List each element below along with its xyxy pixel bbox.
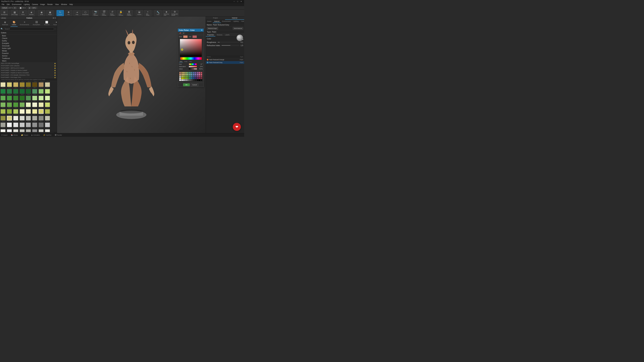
search-options-btn[interactable]: ⋮ — [55, 28, 56, 30]
swatch-cell[interactable]: 810-3 — [19, 122, 25, 129]
swatch-cell[interactable]: 810-6 — [38, 122, 44, 129]
tab-project[interactable]: Project — [206, 16, 225, 20]
value-slider[interactable] — [189, 68, 197, 69]
swatch-cell[interactable]: 740-M — [32, 89, 38, 95]
list-item[interactable]: Classic — [0, 37, 57, 39]
list-item[interactable]: Metals — [0, 50, 57, 52]
cp-swatch-cell[interactable] — [183, 79, 185, 81]
cp-swatch-cell[interactable] — [193, 74, 194, 75]
swatch-cell[interactable]: 750-1 — [38, 89, 44, 95]
cp-swatch-cell[interactable] — [181, 76, 183, 77]
maximize-btn[interactable]: □ — [236, 0, 239, 2]
cp-swatch-cell[interactable] — [185, 72, 187, 73]
pantone-color-item[interactable]: PANTONE® Color Libraries 🔒 — [0, 64, 57, 67]
swatch-cell[interactable]: 820-M — [38, 129, 44, 132]
swatch-cell[interactable]: 740-4 — [13, 89, 19, 95]
cp-swatch-cell[interactable] — [181, 77, 183, 79]
cp-hsv-tab[interactable]: HSV — [179, 61, 183, 63]
swatch-cell[interactable]: 140-1 — [44, 82, 50, 88]
sub-tab-camera[interactable]: Camera — [240, 20, 244, 23]
swatch-cell[interactable]: 790-5 — [38, 116, 44, 122]
cp-swatch-cell[interactable] — [200, 72, 202, 73]
cp-swatch-cell[interactable] — [189, 77, 191, 79]
cp-swatch-cell[interactable] — [189, 79, 191, 81]
swatch-cell[interactable]: 130-4 — [32, 82, 38, 88]
lock-camera-btn[interactable]: 🔒 LockCamera — [117, 10, 124, 16]
menu-edit[interactable]: Edit — [6, 3, 10, 5]
cp-swatch-cell[interactable] — [181, 72, 183, 73]
list-item[interactable]: Powerful — [0, 52, 57, 55]
list-item[interactable]: Warm — [0, 60, 57, 62]
swatch-cell[interactable]: 130-3 — [25, 82, 32, 88]
add-studio-btn[interactable]: + AddStudio — [144, 10, 152, 16]
cp-swatch-cell[interactable] — [189, 74, 191, 75]
cp-swatch-cell[interactable] — [183, 76, 185, 77]
cp-swatch-cell[interactable] — [198, 74, 200, 75]
swatch-cell[interactable]: 770-5 — [0, 109, 6, 115]
tab-material[interactable]: Material — [225, 16, 244, 20]
swatch-cell[interactable]: 750-3 — [0, 95, 6, 102]
swatch-cell[interactable]: 780-2 — [25, 109, 32, 115]
gpu-usage-btn[interactable]: GPU — [32, 7, 37, 9]
swatch-cell[interactable]: 770-M — [13, 109, 19, 115]
swatch-cell[interactable]: 810-4 — [25, 122, 32, 129]
dolly-btn[interactable]: ⇥ Dolly — [73, 10, 81, 16]
tab-textures[interactable]: Textures — [215, 33, 224, 36]
swatch-cell[interactable]: 820-2 — [6, 129, 12, 132]
cp-swatch-cell[interactable] — [189, 72, 191, 73]
hue-bar[interactable] — [180, 57, 202, 60]
cp-swatch-cell[interactable] — [197, 74, 198, 75]
material-list-item[interactable]: Paint Textured Orange Paint — [206, 58, 244, 61]
menu-view[interactable]: View — [54, 3, 60, 5]
code-camera-btn[interactable]: 🎬 CodeCamera — [100, 10, 108, 16]
geometry-view-btn[interactable]: ◈ GeometryView — [163, 10, 170, 16]
cp-swatch-cell[interactable] — [185, 79, 187, 81]
pantone-pastels-item[interactable]: PANTONE® - Pastels & Neons Coated 🔒 — [0, 69, 57, 71]
gpu-usage-tool-btn[interactable]: ▦ GPU Usage — [11, 10, 18, 16]
pan-btn[interactable]: ✥ Pan — [65, 10, 72, 16]
search-input[interactable] — [4, 27, 54, 30]
cp-swatch-cell[interactable] — [191, 72, 192, 73]
cp-swatch-cell[interactable] — [183, 74, 185, 75]
swatch-cell[interactable]: 790-1 — [13, 116, 19, 122]
swatch-cell[interactable]: 810-5 — [32, 122, 38, 129]
swatch-cell[interactable]: 770-2 — [32, 102, 38, 109]
list-item[interactable]: Earthy — [0, 39, 57, 42]
cp-swatch-cell[interactable] — [183, 72, 185, 73]
cp-swatch-cell[interactable] — [179, 79, 181, 81]
swatch-cell[interactable]: 820-3 — [13, 129, 19, 132]
swatch-cell[interactable]: 740-2 — [0, 89, 6, 95]
sub-tab-scene[interactable]: Scene — [206, 20, 213, 23]
menu-lighting[interactable]: Lighting — [23, 3, 31, 5]
material-graph-btn[interactable]: Material Graph — [207, 27, 218, 30]
cp-swatch-cell[interactable] — [195, 77, 196, 79]
region-btn[interactable]: ▣ Region — [46, 10, 54, 16]
swatch-cell[interactable]: 130-1 — [13, 82, 19, 88]
cp-swatch-cell[interactable] — [187, 76, 189, 77]
pantone-fhi-paper-item[interactable]: PANTONE® - FHI Paper TPG 🔒 — [0, 76, 57, 78]
cp-swatch-cell[interactable] — [198, 77, 200, 79]
cp-swatch-cell[interactable] — [195, 76, 196, 77]
list-item[interactable]: Traditional — [0, 57, 57, 60]
cp-swatch-cell[interactable] — [193, 76, 194, 77]
pantone-fhi-metallic-item[interactable]: PANTONE® - FHI Metallic Shimmers TPM 🔒 — [0, 74, 57, 76]
menu-render[interactable]: Render — [46, 3, 54, 5]
cp-swatch-cell[interactable] — [187, 72, 189, 73]
add-camera-btn[interactable]: 📷 AddCamera — [92, 10, 99, 16]
cp-hex-tab[interactable]: HEX — [189, 61, 193, 63]
minimize-btn[interactable]: ─ — [232, 0, 236, 2]
color-picker-ok-btn[interactable]: OK — [183, 83, 190, 86]
swatch-cell[interactable]: 810-M — [44, 122, 50, 129]
sub-tab-lighting[interactable]: Lighting — [232, 20, 240, 23]
swatch-cell[interactable]: 760-3 — [44, 95, 50, 102]
cp-swatch-cell[interactable] — [179, 76, 181, 77]
tab-properties[interactable]: Properties — [206, 33, 215, 36]
pantone-metallics-item[interactable]: PANTONE® - METALLICS Coated 🔒 — [0, 67, 57, 69]
menu-window[interactable]: Window — [60, 3, 68, 5]
saturation-slider[interactable] — [189, 66, 197, 67]
close-btn[interactable]: ✕ — [240, 0, 243, 2]
color-gradient-picker[interactable] — [180, 39, 202, 57]
cp-swatch-cell[interactable] — [200, 77, 202, 79]
studios-btn[interactable]: 🏛 Studios — [136, 10, 143, 16]
cp-swatch-cell[interactable] — [200, 79, 202, 81]
